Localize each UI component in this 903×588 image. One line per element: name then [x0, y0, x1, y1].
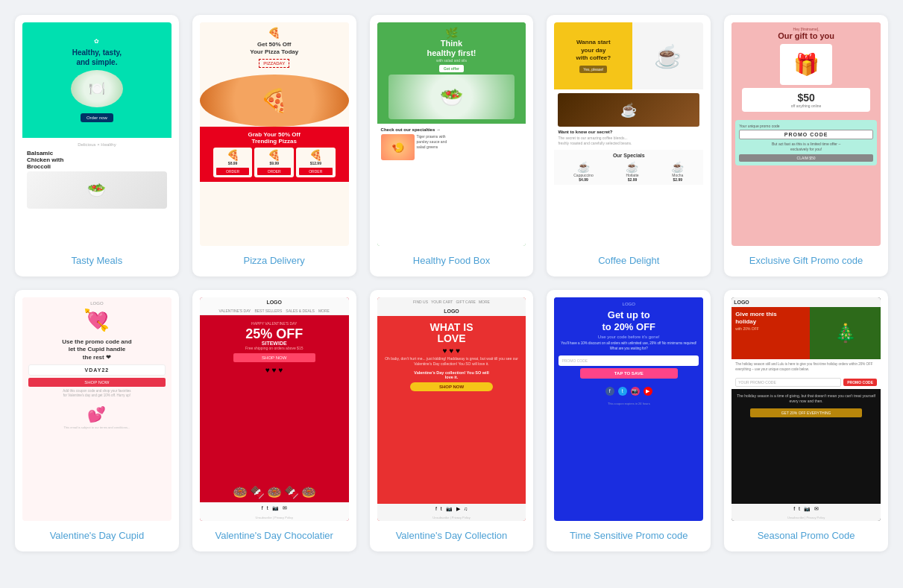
vcupid-top-section: LOGO 💘 [22, 297, 172, 338]
pizza-promo-title: Grab Your 50% OffTrending Pizzas [204, 131, 344, 145]
vcoll-shop-button[interactable]: SHOP NOW [410, 382, 492, 391]
vcoll-nav-2: YOUR CART [431, 300, 453, 304]
card-label-gift: Exclusive Gift Promo code [743, 246, 869, 276]
tspromo-logo: LOGO [559, 302, 699, 306]
healthy-shrimp-text: Tiger prawns withparsley sauce andsalad … [417, 134, 447, 160]
vchoc-instagram-icon: 📷 [272, 505, 279, 511]
tspromo-tap-button[interactable]: TAP TO SAVE [580, 368, 678, 379]
vchoc-subtext: Free shipping on orders above $15 [206, 346, 343, 350]
pizza-item-2-button[interactable]: ORDER [257, 167, 292, 176]
vchoc-donut-4: 🍫 [284, 485, 299, 499]
coffee-yes-button[interactable]: Yes, please! [579, 66, 607, 73]
gift-promo-label: Your unique promo code [739, 124, 873, 128]
vcoll-title: WHAT ISLOVE [383, 322, 520, 345]
vcupid-shop-button[interactable]: SHOP NOW [28, 378, 166, 387]
pizza-item-1-price: $8.99 [215, 161, 251, 165]
vcoll-facebook-icon: f [435, 506, 437, 512]
coffee-yellow-title: Wanna startyour daywith coffee? [576, 39, 611, 62]
card-valentines-collection[interactable]: FIND US YOUR CART GIFT CARE MORE LOGO WH… [370, 290, 534, 551]
vchoc-footer: Unsubscribe | Privacy Policy [200, 514, 349, 521]
card-label-vcoll: Valentine's Day Collection [390, 521, 514, 551]
card-coffee-delight[interactable]: Wanna startyour daywith coffee? Yes, ple… [547, 15, 711, 276]
healthy-shrimp-image: 🍤 [381, 134, 415, 160]
pizza-item-2-price: $9.99 [257, 161, 292, 165]
pizza-item-1: 🍕 $8.99 ORDER [213, 148, 253, 177]
healthy-title: Thinkhealthy first! [427, 39, 476, 58]
seasonal-instagram-icon: 📷 [804, 506, 811, 512]
pizza-items-list: 🍕 $8.99 ORDER 🍕 $9.99 ORDER 🍕 $12.99 [204, 148, 344, 177]
gift-amount-value: $50 [746, 92, 866, 104]
tspromo-code-input[interactable]: PROMO CODE [559, 355, 699, 366]
card-pizza-delivery[interactable]: 🍕 Get 50% OffYour Pizza Today PIZZADAY 🍕… [192, 15, 356, 276]
healthy-cta-button[interactable]: Get offer [439, 65, 464, 72]
vchoc-nav-item-4: MORE [318, 309, 330, 313]
pizza-hero-image: 🍕 [200, 75, 349, 127]
coffee-yellow-section: Wanna startyour daywith coffee? Yes, ple… [554, 22, 632, 89]
seasonal-promo-button[interactable]: PROMO CODE [843, 379, 877, 386]
card-valentines-cupid[interactable]: LOGO 💘 Use the promo code andlet the Cup… [15, 290, 179, 551]
seasonal-hero-section: Give more thisholiday with 20% OFF 🎄 [731, 307, 881, 359]
pizza-headline: Get 50% OffYour Pizza Today [204, 41, 344, 57]
vcoll-logo: LOGO [377, 306, 526, 316]
tasty-order-button[interactable]: Order now [81, 113, 113, 122]
gift-title: Our gift to you [736, 31, 876, 41]
coffee-item-1-price: $4.99 [573, 177, 593, 182]
vchoc-nav-item-1: VALENTINE'S DAY [218, 309, 251, 313]
tasty-headline: Healthy, tasty,and simple. [72, 48, 122, 67]
vcupid-code-box: VDAY22 [28, 364, 166, 376]
vchoc-nav: VALENTINE'S DAY BEST SELLERS SALES & DEA… [200, 307, 349, 315]
card-preview-healthy: 🌿 Thinkhealthy first! with salad and oil… [370, 15, 534, 246]
card-healthy-food[interactable]: 🌿 Thinkhealthy first! with salad and oil… [370, 15, 534, 276]
vchoc-shop-button[interactable]: SHOP NOW [233, 353, 315, 362]
pizza-logo: 🍕 [204, 27, 344, 39]
card-label-pizza: Pizza Delivery [238, 246, 311, 276]
vcoll-nav-4: MORE [479, 300, 490, 304]
card-time-sensitive[interactable]: LOGO Get up toto 20% OFF Use your code b… [547, 290, 711, 551]
vchoc-facebook-icon: f [262, 505, 263, 511]
card-preview-gift: Hey [firstname], Our gift to you 🎁 $50 o… [724, 15, 888, 246]
card-valentines-choc[interactable]: LOGO VALENTINE'S DAY BEST SELLERS SALES … [192, 290, 356, 551]
card-preview-vcoll: FIND US YOUR CART GIFT CARE MORE LOGO WH… [370, 290, 534, 521]
vchoc-red-section: HAPPY VALENTINE'S DAY 25% OFF SITEWIDE F… [200, 315, 349, 482]
card-tasty-meals[interactable]: ✿ Healthy, tasty,and simple. 🍽️ Order no… [15, 15, 179, 276]
card-preview-coffee: Wanna startyour daywith coffee? Yes, ple… [547, 15, 711, 246]
card-label-healthy: Healthy Food Box [407, 246, 496, 276]
coffee-item-2-price: $2.99 [626, 177, 638, 182]
vcoll-social-icons: f t 📷 ▶ ♫ [377, 504, 526, 514]
healthy-logo: 🌿 [445, 27, 458, 39]
tasty-hero-image: 🍽️ [71, 70, 123, 107]
gift-pink-section: Hey [firstname], Our gift to you 🎁 $50 o… [731, 22, 881, 116]
healthy-shrimp-item: 🍤 Tiger prawns withparsley sauce andsala… [381, 134, 523, 160]
pizza-promo-section: Grab Your 50% OffTrending Pizzas 🍕 $8.99… [200, 127, 349, 182]
vcupid-code: VDAY22 [85, 367, 110, 373]
vcupid-bottom-image: 💕 [22, 405, 172, 423]
vchoc-social-icons: f t 📷 ✉ [200, 502, 349, 514]
card-label-vcupid: Valentine's Day Cupid [44, 521, 151, 551]
coffee-mid-section: ☕ Want to know our secret? The secret to… [554, 89, 703, 150]
vcoll-bold-text: Valentine's Day collection! You SO willl… [383, 370, 520, 379]
healthy-subtitle: with salad and oils [436, 58, 467, 63]
card-preview-tasty: ✿ Healthy, tasty,and simple. 🍽️ Order no… [15, 15, 179, 246]
gift-claim-button[interactable]: CLAIM $50 [739, 154, 873, 162]
tasty-logo: ✿ [94, 38, 99, 45]
vcupid-footer: This email is subject to our terms and c… [22, 423, 172, 431]
pizza-item-1-button[interactable]: ORDER [215, 167, 251, 176]
vchoc-happy-text: HAPPY VALENTINE'S DAY [206, 321, 343, 326]
tspromo-title: Get up toto 20% OFF [559, 309, 699, 332]
seasonal-dark-section: The holiday season is a time of giving, … [731, 389, 881, 505]
coffee-items-list: ☕ Cappuccino $4.99 ☕ Hotlatte $2.99 ☕ Mo… [557, 161, 700, 182]
tspromo-youtube-icon: ▶ [644, 387, 652, 396]
card-seasonal-promo[interactable]: LOGO Give more thisholiday with 20% OFF … [724, 290, 888, 551]
tspromo-subtitle: Use your code before it's gone! [559, 335, 699, 339]
coffee-item-3-image: ☕ [671, 161, 684, 173]
healthy-top-section: 🌿 Thinkhealthy first! with salad and oil… [377, 22, 526, 124]
card-label-tasty: Tasty Meals [66, 246, 129, 276]
pizza-item-2: 🍕 $9.99 ORDER [254, 148, 294, 177]
vchoc-donuts-section: 🍩 🍫 🍩 🍫 🍩 [200, 482, 349, 502]
seasonal-logo: LOGO [734, 300, 749, 305]
seasonal-promo-input[interactable]: YOUR PROMO CODE [735, 378, 841, 387]
pizza-item-3-button[interactable]: ORDER [298, 167, 333, 176]
seasonal-dark-button[interactable]: GET 20% OFF EVERYTHING [750, 408, 862, 417]
vcoll-header: FIND US YOUR CART GIFT CARE MORE [377, 297, 526, 306]
card-gift-promo[interactable]: Hey [firstname], Our gift to you 🎁 $50 o… [724, 15, 888, 276]
